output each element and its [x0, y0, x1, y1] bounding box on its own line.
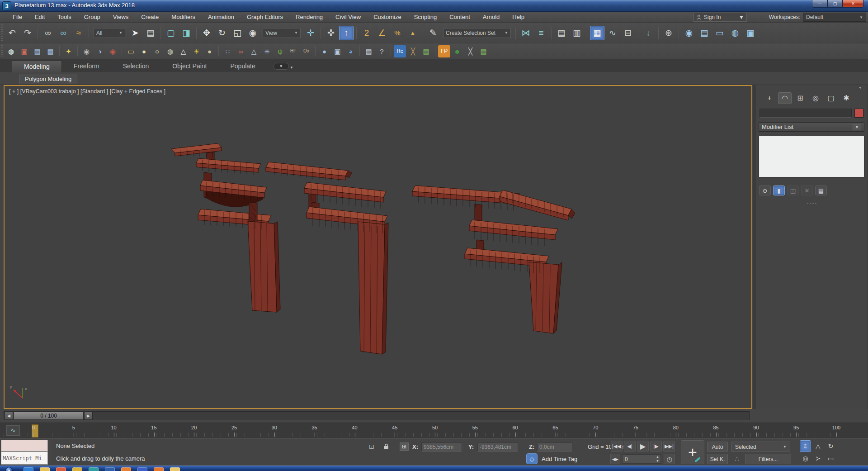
- select-object-icon[interactable]: ➤: [128, 26, 142, 40]
- select-and-place-icon[interactable]: ◉: [245, 26, 260, 40]
- tab-create-icon[interactable]: +: [763, 92, 776, 104]
- menu-modifiers[interactable]: Modifiers: [165, 12, 202, 22]
- perspective-viewport[interactable]: y x [ + ] [VRayCam003 trabajo ] [Standar…: [4, 85, 752, 409]
- field-of-view-icon[interactable]: ≻: [812, 452, 824, 464]
- vray-render-icon[interactable]: ◍: [5, 45, 17, 57]
- start-button[interactable]: ✦: [5, 467, 13, 471]
- menu-animation[interactable]: Animation: [202, 12, 241, 22]
- orbit-camera-icon[interactable]: ◎: [800, 452, 811, 464]
- next-frame-button[interactable]: |▶: [650, 441, 662, 452]
- sign-in-button[interactable]: Sign In ▼: [693, 13, 747, 22]
- set-keys-button[interactable]: +: [681, 440, 704, 464]
- tab-motion-icon[interactable]: ◎: [809, 92, 822, 104]
- time-slider-handle[interactable]: 0 / 100: [14, 412, 84, 420]
- go-to-start-button[interactable]: |◀◀: [611, 441, 623, 452]
- taskbar-word-icon[interactable]: [137, 467, 147, 471]
- menu-arnold[interactable]: Arnold: [476, 12, 506, 22]
- angle-snap-icon[interactable]: ∠: [375, 26, 389, 40]
- isolate-selection-icon[interactable]: ⊡: [366, 442, 377, 452]
- maximize-button[interactable]: ▢: [827, 0, 843, 8]
- configure-modifier-sets-button[interactable]: ▤: [815, 186, 827, 195]
- z-coordinate-field[interactable]: 0,0cm: [537, 442, 572, 452]
- ribbon-toggle-icon[interactable]: ▦: [590, 26, 604, 40]
- vray-object-properties-icon[interactable]: ▤: [363, 45, 375, 57]
- vray-plane-light-icon[interactable]: ▭: [125, 45, 137, 57]
- panel-splitter-handle[interactable]: [759, 202, 864, 205]
- undo-icon[interactable]: ↶: [5, 26, 19, 40]
- select-by-name-icon[interactable]: ▤: [143, 26, 158, 40]
- taskbar-explorer-icon[interactable]: [40, 467, 50, 471]
- vray-ies-light-icon[interactable]: ○: [151, 45, 163, 57]
- workspace-dropdown[interactable]: Default ▼: [803, 13, 866, 22]
- import-icon[interactable]: ↓: [641, 26, 656, 40]
- roll-camera-icon[interactable]: ↻: [825, 440, 836, 452]
- viewport-label[interactable]: [ + ] [VRayCam003 trabajo ] [Standard ] …: [9, 88, 165, 95]
- align-icon[interactable]: ≡: [534, 26, 548, 40]
- vray-dome-camera-icon[interactable]: ◑: [94, 45, 106, 57]
- light-lister-icon[interactable]: ✦: [62, 45, 75, 57]
- dolly-camera-icon[interactable]: ⇕: [800, 440, 811, 452]
- selection-filter-dropdown[interactable]: All▼: [94, 28, 125, 38]
- vray-cone-light-icon[interactable]: △: [177, 45, 189, 57]
- vray-fur-icon[interactable]: ✳: [261, 45, 273, 57]
- use-pivot-point-center-icon[interactable]: ✛: [303, 26, 318, 40]
- key-filters-button[interactable]: Filters...: [745, 454, 791, 464]
- forest-tools-icon[interactable]: ╳: [464, 45, 476, 57]
- forest-trees-icon[interactable]: ♣: [451, 45, 463, 57]
- maxscript-mini-listener[interactable]: MAXScript Mi: [1, 452, 48, 465]
- tab-display-icon[interactable]: ▢: [824, 92, 838, 104]
- taskbar-3dsmax-icon[interactable]: [89, 467, 99, 471]
- snaps-toggle-icon[interactable]: 2: [359, 26, 374, 40]
- geometry-structure-left[interactable]: [171, 143, 280, 312]
- key-set-dropdown[interactable]: Selected ▼: [731, 442, 790, 452]
- unlink-selection-icon[interactable]: ∞: [56, 26, 71, 40]
- menu-file[interactable]: File: [6, 12, 28, 22]
- percent-snap-icon[interactable]: %: [390, 26, 405, 40]
- previous-frame-arrow[interactable]: ◀: [5, 412, 13, 420]
- toggle-scene-explorer-icon[interactable]: ▤: [554, 26, 569, 40]
- railclone-list-icon[interactable]: ▤: [420, 45, 432, 57]
- taskbar-media-player-icon[interactable]: [56, 467, 66, 471]
- taskbar-folder-icon[interactable]: [170, 467, 180, 471]
- vray-material-converter-icon[interactable]: ▣: [331, 45, 344, 57]
- vray-framebuffer-icon[interactable]: ▣: [18, 45, 30, 57]
- y-coordinate-field[interactable]: -9363,481cm: [477, 442, 518, 452]
- menu-scripting[interactable]: Scripting: [408, 12, 443, 22]
- forest-pack-icon[interactable]: FP: [438, 45, 450, 57]
- select-and-scale-icon[interactable]: ◱: [230, 26, 245, 40]
- menu-tools[interactable]: Tools: [51, 12, 77, 22]
- keyboard-shortcut-override-icon[interactable]: ↑: [339, 26, 354, 40]
- taskbar-vlc-icon[interactable]: [154, 467, 164, 471]
- taskbar-chrome-icon[interactable]: [72, 467, 82, 471]
- vray-dome-light-icon[interactable]: ●: [203, 45, 216, 57]
- select-and-manipulate-icon[interactable]: ✜: [324, 26, 338, 40]
- make-unique-button[interactable]: ◫: [787, 186, 799, 195]
- render-in-cloud-icon[interactable]: ▣: [743, 26, 758, 40]
- menu-civil-view[interactable]: Civil View: [329, 12, 367, 22]
- taskbar-photoshop-icon[interactable]: [105, 467, 115, 471]
- vray-proxy-icon[interactable]: △: [248, 45, 260, 57]
- minimize-button[interactable]: —: [812, 0, 827, 8]
- select-and-link-icon[interactable]: ∞: [41, 26, 55, 40]
- rendered-frame-window-icon[interactable]: ▭: [712, 26, 727, 40]
- menu-edit[interactable]: Edit: [28, 12, 51, 22]
- curve-editor-icon[interactable]: ∿: [605, 26, 620, 40]
- toolbar-dock-handle[interactable]: [1, 24, 3, 41]
- menu-customize[interactable]: Customize: [367, 12, 407, 22]
- ribbon-tab-populate[interactable]: Populate: [218, 60, 267, 72]
- menu-rendering[interactable]: Rendering: [289, 12, 329, 22]
- render-setup-icon[interactable]: ▤: [697, 26, 712, 40]
- tab-hierarchy-icon[interactable]: ⊞: [793, 92, 807, 104]
- time-configuration-icon[interactable]: ◷: [664, 454, 675, 464]
- reference-coordinate-dropdown[interactable]: View▼: [263, 28, 301, 38]
- material-editor-icon[interactable]: ◉: [682, 26, 696, 40]
- vray-sphere-light-icon[interactable]: ●: [138, 45, 150, 57]
- menu-views[interactable]: Views: [107, 12, 135, 22]
- railclone-tools-icon[interactable]: ╳: [407, 45, 419, 57]
- toolbar-dock-handle[interactable]: [1, 45, 3, 57]
- object-name-field[interactable]: [760, 109, 852, 118]
- key-mode-toggle-icon[interactable]: ◀▶: [610, 454, 620, 464]
- ribbon-tab-selection[interactable]: Selection: [111, 60, 161, 72]
- menu-help[interactable]: Help: [506, 12, 531, 22]
- polygon-modeling-panel[interactable]: Polygon Modeling: [19, 74, 77, 84]
